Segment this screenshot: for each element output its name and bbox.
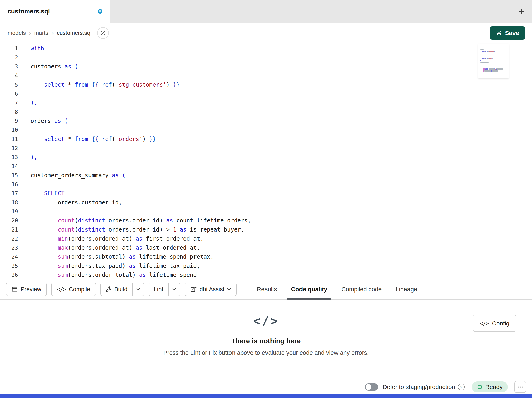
line-number: 4 [0, 71, 28, 80]
lint-button[interactable]: Lint [149, 283, 168, 295]
bottom-accent-strip [0, 394, 532, 398]
code-line-row: 18 orders.customer_id, [0, 198, 477, 207]
minimap[interactable] [478, 44, 509, 78]
code-line-row: 8 [0, 107, 477, 116]
dbt-ide-window: customers.sql + models › marts › custome… [0, 0, 532, 398]
chevron-down-icon [227, 288, 231, 291]
line-number: 8 [0, 107, 28, 116]
code-line[interactable]: customers as ( [28, 62, 477, 71]
status-bar: Defer to staging/production ? Ready [0, 380, 532, 394]
code-line-row: 11 select * from {{ ref('orders') }} [0, 135, 477, 144]
breadcrumb-marts[interactable]: marts [34, 30, 48, 36]
code-line[interactable]: count(distinct orders.order_id) > 1 as i… [28, 225, 477, 234]
action-toolbar: Preview </> Compile Build Lint [0, 279, 532, 300]
chevron-down-icon [172, 288, 176, 291]
code-line[interactable]: orders as ( [28, 116, 477, 125]
empty-state-title: There is nothing here [0, 337, 532, 345]
code-line[interactable] [28, 180, 477, 189]
code-lines: 1with23customers as (45 select * from {{… [0, 44, 477, 279]
compile-label: Compile [69, 286, 90, 293]
save-button[interactable]: Save [490, 26, 525, 40]
code-line-row: 26 sum(orders.order_total) as lifetime_s… [0, 270, 477, 279]
code-line[interactable]: sum(orders.subtotal) as lifetime_spend_p… [28, 252, 477, 261]
build-button-group: Build [100, 283, 144, 296]
status-ready-badge[interactable]: Ready [472, 381, 508, 392]
code-line[interactable]: sum(orders.tax_paid) as lifetime_tax_pai… [28, 261, 477, 270]
tab-results[interactable]: Results [250, 280, 284, 299]
code-line[interactable] [28, 125, 477, 135]
preview-button[interactable]: Preview [6, 283, 47, 296]
code-line-row: 12 [0, 144, 477, 153]
line-number: 7 [0, 98, 28, 107]
code-line-row: 10 [0, 125, 477, 135]
breadcrumb-customers-sql[interactable]: customers.sql [57, 30, 92, 36]
line-number: 2 [0, 53, 28, 62]
breadcrumb-models[interactable]: models [8, 30, 26, 36]
code-line-row: 1with [0, 44, 477, 53]
compile-button[interactable]: </> Compile [51, 283, 96, 296]
lint-label: Lint [154, 286, 163, 293]
code-line[interactable]: min(orders.ordered_at) as first_ordered_… [28, 234, 477, 243]
code-line[interactable]: select * from {{ ref('stg_customers') }} [28, 80, 477, 89]
code-line[interactable] [28, 144, 477, 153]
code-line[interactable]: with [28, 44, 477, 53]
code-line-row: 14 [0, 162, 477, 171]
code-editor[interactable]: 1with23customers as (45 select * from {{… [0, 44, 532, 279]
tab-title: customers.sql [8, 8, 50, 15]
code-line[interactable] [28, 162, 477, 171]
file-state-button[interactable] [97, 27, 109, 39]
build-button[interactable]: Build [101, 283, 132, 295]
save-label: Save [505, 30, 519, 36]
code-line[interactable]: orders.customer_id, [28, 198, 477, 207]
code-line[interactable]: select * from {{ ref('orders') }} [28, 135, 477, 144]
defer-label: Defer to staging/production [383, 384, 455, 390]
code-line[interactable] [28, 71, 477, 80]
tab-code-quality[interactable]: Code quality [284, 280, 334, 299]
code-line-row: 6 [0, 89, 477, 98]
code-line-row: 25 sum(orders.tax_paid) as lifetime_tax_… [0, 261, 477, 270]
code-line-row: 7), [0, 98, 477, 107]
help-icon[interactable]: ? [458, 384, 465, 390]
defer-toggle[interactable] [365, 383, 378, 391]
code-line[interactable] [28, 107, 477, 116]
line-number: 9 [0, 116, 28, 125]
dbt-assist-button[interactable]: dbt Assist [185, 283, 236, 296]
code-line[interactable]: SELECT [28, 189, 477, 198]
line-number: 18 [0, 198, 28, 207]
code-line-row: 24 sum(orders.subtotal) as lifetime_spen… [0, 252, 477, 261]
line-number: 13 [0, 153, 28, 162]
overflow-menu-button[interactable] [514, 381, 526, 393]
tab-lineage[interactable]: Lineage [389, 280, 424, 299]
code-line[interactable]: customer_orders_summary as ( [28, 171, 477, 180]
line-number: 17 [0, 189, 28, 198]
code-line[interactable] [28, 207, 477, 216]
toggle-knob [366, 384, 371, 390]
new-tab-button[interactable]: + [518, 6, 525, 17]
unsaved-changes-dot [98, 9, 102, 14]
panel-tabs: Results Code quality Compiled code Linea… [250, 280, 424, 299]
code-line[interactable]: ), [28, 98, 477, 107]
line-number: 19 [0, 207, 28, 216]
assist-sparkle-icon [190, 286, 197, 293]
code-line[interactable]: sum(orders.order_total) as lifetime_spen… [28, 270, 477, 279]
code-icon-large: </> [0, 313, 532, 329]
line-number: 25 [0, 261, 28, 270]
code-line-row: 5 select * from {{ ref('stg_customers') … [0, 80, 477, 89]
code-line[interactable]: ), [28, 153, 477, 162]
build-dropdown-button[interactable] [132, 283, 144, 295]
lint-dropdown-button[interactable] [168, 283, 180, 295]
tab-customers-sql[interactable]: customers.sql [0, 0, 110, 23]
ellipsis-icon [517, 386, 523, 388]
code-line-row: 15customer_orders_summary as ( [0, 171, 477, 180]
tab-compiled-code[interactable]: Compiled code [334, 280, 389, 299]
code-line[interactable] [28, 53, 477, 62]
line-number: 21 [0, 225, 28, 234]
breadcrumb-separator: › [29, 30, 31, 36]
code-line[interactable] [28, 89, 477, 98]
empty-state-subtitle: Press the Lint or Fix button above to ev… [0, 349, 532, 356]
line-number: 3 [0, 62, 28, 71]
build-label: Build [114, 286, 127, 293]
line-number: 23 [0, 243, 28, 252]
code-line[interactable]: max(orders.ordered_at) as last_ordered_a… [28, 243, 477, 252]
code-line[interactable]: count(distinct orders.order_id) as count… [28, 216, 477, 225]
